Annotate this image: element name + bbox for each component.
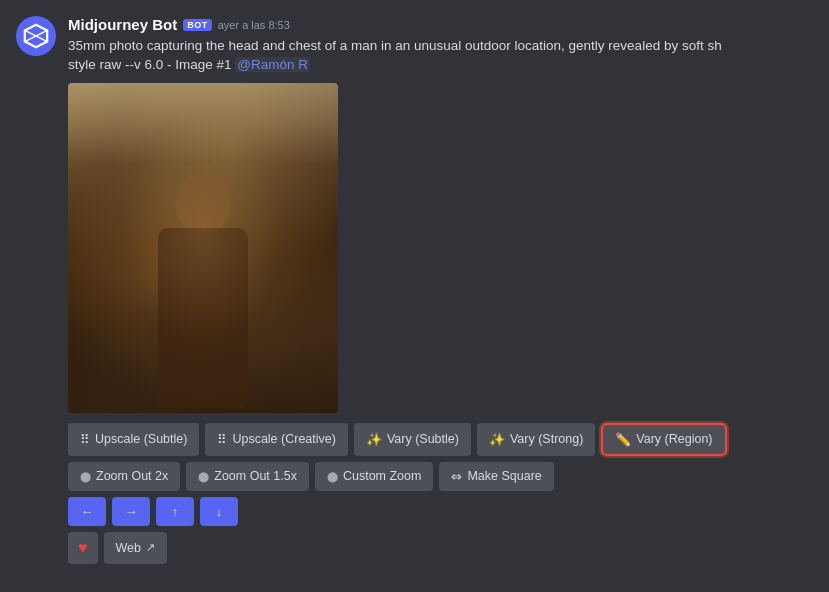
message-text-part1: 35mm photo capturing the head and chest … (68, 38, 722, 53)
message-content: Midjourney Bot BOT ayer a las 8:53 35mm … (68, 16, 813, 564)
vary-subtle-button[interactable]: ✨ Vary (Subtle) (354, 423, 471, 456)
message-header: Midjourney Bot BOT ayer a las 8:53 (68, 16, 813, 33)
heart-icon: ♥ (78, 539, 88, 557)
make-square-label: Make Square (467, 469, 541, 483)
upscale-subtle-label: Upscale (Subtle) (95, 432, 187, 446)
arrow-right-button[interactable]: → (112, 497, 150, 526)
web-label: Web (116, 541, 141, 555)
avatar (16, 16, 56, 56)
image-container (68, 83, 813, 413)
upscale-subtle-icon: ⠿ (80, 432, 90, 447)
vary-strong-button[interactable]: ✨ Vary (Strong) (477, 423, 595, 456)
upscale-subtle-button[interactable]: ⠿ Upscale (Subtle) (68, 423, 199, 456)
bot-name: Midjourney Bot (68, 16, 177, 33)
timestamp: ayer a las 8:53 (218, 19, 290, 31)
arrow-left-icon: ← (81, 504, 94, 519)
arrow-up-button[interactable]: ↑ (156, 497, 194, 526)
upscale-creative-icon: ⠿ (217, 432, 227, 447)
make-square-button[interactable]: ⇔ Make Square (439, 462, 553, 491)
zoom-out-2x-button[interactable]: ⬤ Zoom Out 2x (68, 462, 180, 491)
button-row-2: ⬤ Zoom Out 2x ⬤ Zoom Out 1.5x ⬤ Custom Z… (68, 462, 813, 491)
vary-region-icon: ✏️ (615, 432, 631, 447)
upscale-creative-label: Upscale (Creative) (232, 432, 336, 446)
vary-subtle-icon: ✨ (366, 432, 382, 447)
custom-zoom-icon: ⬤ (327, 471, 338, 482)
zoom-out-1-5x-icon: ⬤ (198, 471, 209, 482)
vary-region-label: Vary (Region) (636, 432, 712, 446)
arrow-left-button[interactable]: ← (68, 497, 106, 526)
message-text-part2: style raw --v 6.0 - Image #1 (68, 57, 232, 72)
make-square-icon: ⇔ (451, 469, 462, 484)
generated-image (68, 83, 338, 413)
custom-zoom-label: Custom Zoom (343, 469, 422, 483)
arrow-right-icon: → (125, 504, 138, 519)
button-row-1: ⠿ Upscale (Subtle) ⠿ Upscale (Creative) … (68, 423, 813, 456)
vary-strong-label: Vary (Strong) (510, 432, 583, 446)
button-row-4: ♥ Web ↗ (68, 532, 813, 564)
heart-button[interactable]: ♥ (68, 532, 98, 564)
zoom-out-2x-icon: ⬤ (80, 471, 91, 482)
arrow-up-icon: ↑ (172, 504, 179, 519)
buttons-section: ⠿ Upscale (Subtle) ⠿ Upscale (Creative) … (68, 423, 813, 564)
zoom-out-1-5x-button[interactable]: ⬤ Zoom Out 1.5x (186, 462, 309, 491)
zoom-out-2x-label: Zoom Out 2x (96, 469, 168, 483)
bot-badge: BOT (183, 19, 212, 31)
vary-region-button[interactable]: ✏️ Vary (Region) (601, 423, 726, 456)
arrow-down-icon: ↓ (216, 504, 223, 519)
vary-strong-icon: ✨ (489, 432, 505, 447)
button-row-3: ← → ↑ ↓ (68, 497, 813, 526)
message-text: 35mm photo capturing the head and chest … (68, 37, 813, 75)
arrow-down-button[interactable]: ↓ (200, 497, 238, 526)
zoom-out-1-5x-label: Zoom Out 1.5x (214, 469, 297, 483)
upscale-creative-button[interactable]: ⠿ Upscale (Creative) (205, 423, 348, 456)
external-link-icon: ↗ (146, 541, 155, 554)
custom-zoom-button[interactable]: ⬤ Custom Zoom (315, 462, 434, 491)
mention: @Ramón R (235, 57, 310, 72)
vary-subtle-label: Vary (Subtle) (387, 432, 459, 446)
web-button[interactable]: Web ↗ (104, 532, 167, 564)
